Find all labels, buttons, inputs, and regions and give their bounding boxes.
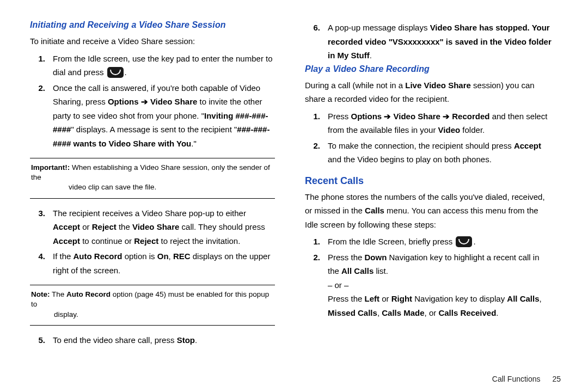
step-text: The recipient receives a Video Share pop…: [53, 206, 275, 248]
list-item: 2. To make the connection, the recipient…: [305, 139, 553, 167]
list-item: 1. Press Options ➔ Video Share ➔ Recorde…: [305, 109, 553, 137]
page-footer: Call Functions 25: [492, 375, 561, 383]
steps-list-play: 1. Press Options ➔ Video Share ➔ Recorde…: [305, 109, 553, 167]
list-item: 6. A pop-up message displays Video Share…: [305, 21, 553, 63]
step-number: 2.: [30, 81, 53, 151]
step-number: 1.: [305, 109, 328, 137]
list-item: 2. Press the Down Navigation key to high…: [305, 250, 553, 320]
steps-list-recent: 1. From the Idle Screen, briefly press .…: [305, 235, 553, 320]
note-body-line2: video clip can save the file.: [31, 182, 274, 192]
step-text: To make the connection, the recipient sh…: [328, 139, 553, 167]
call-key-icon: [456, 236, 472, 247]
step-text: Press Options ➔ Video Share ➔ Recorded a…: [328, 109, 553, 137]
note-label: Note:: [31, 290, 50, 298]
step-text: Once the call is answered, if you're bot…: [53, 81, 275, 151]
step-text: A pop-up message displays Video Share ha…: [328, 21, 553, 63]
step-text: If the Auto Record option is On, REC dis…: [53, 249, 275, 277]
step-number: 2.: [305, 250, 328, 320]
steps-list-initiate-cont2: 5. To end the video share call, press St…: [30, 333, 275, 347]
steps-list-initiate-cont3: 6. A pop-up message displays Video Share…: [305, 21, 553, 63]
list-item: 4. If the Auto Record option is On, REC …: [30, 249, 275, 277]
manual-page: Initiating and Receiving a Video Share S…: [0, 0, 588, 392]
step-number: 4.: [30, 249, 53, 277]
steps-list-initiate: 1. From the Idle screen, use the key pad…: [30, 52, 275, 151]
recent-intro: The phone stores the numbers of the call…: [305, 190, 553, 232]
note-auto-record: Note: The Auto Record option (page 45) m…: [30, 285, 275, 326]
list-item: 3. The recipient receives a Video Share …: [30, 206, 275, 248]
list-item: 1. From the Idle Screen, briefly press .: [305, 235, 553, 249]
heading-play-recording: Play a Video Share Recording: [305, 64, 553, 74]
step-number: 1.: [305, 235, 328, 249]
note-body-line2: display.: [31, 310, 274, 320]
step-number: 1.: [30, 52, 53, 79]
heading-initiating: Initiating and Receiving a Video Share S…: [30, 20, 275, 30]
important-note: Important!: When establishing a Video Sh…: [30, 158, 275, 199]
page-number: 25: [552, 375, 561, 383]
heading-recent-calls: Recent Calls: [305, 175, 553, 187]
step-text: From the Idle Screen, briefly press .: [328, 235, 553, 249]
list-item: 2. Once the call is answered, if you're …: [30, 81, 275, 151]
list-item: 1. From the Idle screen, use the key pad…: [30, 52, 275, 79]
step-number: 3.: [30, 206, 53, 248]
step-number: 5.: [30, 333, 53, 347]
steps-list-initiate-cont: 3. The recipient receives a Video Share …: [30, 206, 275, 278]
footer-section: Call Functions: [492, 375, 541, 383]
right-column: 6. A pop-up message displays Video Share…: [291, 19, 553, 381]
left-column: Initiating and Receiving a Video Share S…: [30, 19, 291, 381]
call-key-icon: [107, 67, 124, 78]
list-item: 5. To end the video share call, press St…: [30, 333, 275, 347]
step-number: 2.: [305, 139, 328, 167]
intro-text: To initiate and receive a Video Share se…: [30, 34, 275, 48]
note-label: Important!:: [31, 163, 70, 171]
play-intro: During a call (while not in a Live Video…: [305, 78, 553, 106]
step-number: 6.: [305, 21, 328, 63]
step-text: Press the Down Navigation key to highlig…: [328, 250, 553, 320]
step-text: To end the video share call, press Stop.: [53, 333, 275, 347]
step-text: From the Idle screen, use the key pad to…: [53, 52, 275, 79]
